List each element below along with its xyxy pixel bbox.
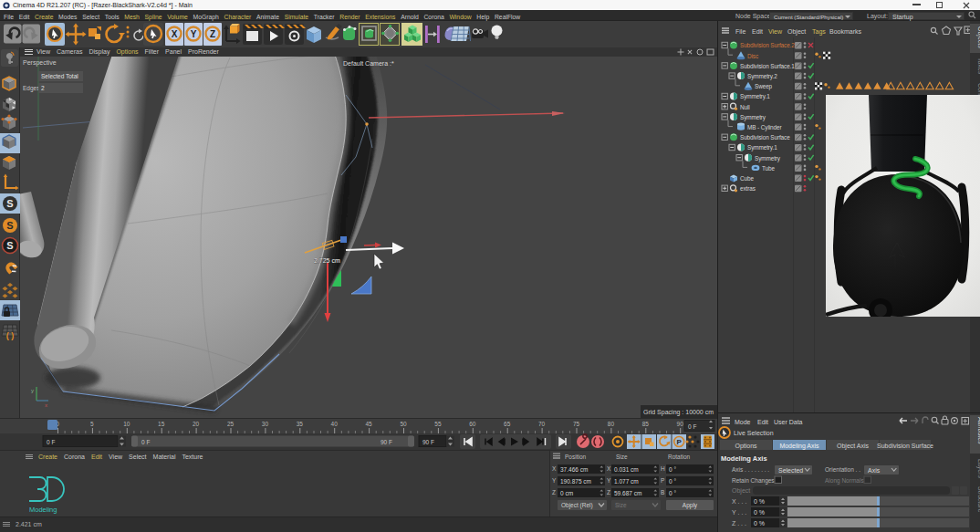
- svg-text:Tube: Tube: [762, 165, 775, 172]
- svg-text:1.077 cm: 1.077 cm: [614, 478, 639, 485]
- svg-text:Object Axis: Object Axis: [837, 443, 870, 450]
- svg-text:H: H: [661, 465, 665, 472]
- svg-text:Z: Z: [210, 29, 215, 39]
- svg-text:5: 5: [90, 421, 94, 427]
- svg-text:Bookmarks: Bookmarks: [829, 28, 862, 35]
- svg-text:Perspective: Perspective: [23, 59, 57, 67]
- svg-text:0.031 cm: 0.031 cm: [614, 466, 639, 473]
- svg-text:x: x: [45, 402, 47, 408]
- svg-text:View: View: [768, 28, 783, 35]
- svg-text:Size: Size: [615, 502, 627, 508]
- svg-text:Null: Null: [740, 104, 750, 110]
- svg-text:Axis . . . . . . . .: Axis . . . . . . . .: [732, 466, 769, 473]
- svg-text:25: 25: [227, 421, 235, 427]
- svg-text:Axis: Axis: [868, 467, 881, 474]
- svg-text:Disc: Disc: [747, 53, 759, 59]
- svg-text:Modeling Axis: Modeling Axis: [779, 443, 819, 450]
- svg-text:75: 75: [573, 421, 580, 427]
- svg-text:0 °: 0 °: [669, 490, 676, 496]
- svg-text:30: 30: [262, 421, 269, 427]
- svg-text:Y: Y: [552, 477, 557, 484]
- svg-text:80: 80: [608, 421, 615, 427]
- svg-text:Edit: Edit: [752, 28, 763, 35]
- svg-text:Modeling Axis: Modeling Axis: [721, 454, 767, 463]
- svg-text:85: 85: [642, 421, 650, 427]
- svg-text:Live Selection: Live Selection: [734, 430, 774, 436]
- svg-text:0 F: 0 F: [47, 439, 55, 445]
- svg-text:Size: Size: [616, 454, 628, 460]
- svg-text:Symmetry.1: Symmetry.1: [740, 93, 770, 100]
- svg-text:90: 90: [677, 421, 684, 427]
- svg-text:15: 15: [158, 421, 165, 427]
- svg-text:0 °: 0 °: [669, 466, 676, 473]
- svg-text:Selected: Selected: [778, 467, 803, 474]
- svg-text:190.875 cm: 190.875 cm: [560, 478, 591, 485]
- svg-text:Y: Y: [607, 477, 611, 484]
- svg-text:Z: Z: [607, 489, 610, 495]
- svg-text:Options: Options: [735, 443, 757, 450]
- svg-text:Y: Y: [191, 29, 197, 39]
- svg-text:( ): ( ): [6, 331, 15, 340]
- svg-text:59.687 cm: 59.687 cm: [614, 490, 641, 496]
- svg-text:Tags: Tags: [812, 28, 826, 36]
- svg-text:Default Camera :*: Default Camera :*: [343, 60, 394, 67]
- svg-text:Apply: Apply: [683, 502, 698, 509]
- svg-text:2.725 cm: 2.725 cm: [314, 257, 340, 264]
- svg-text:Cube: Cube: [740, 175, 754, 182]
- svg-text:10: 10: [123, 421, 130, 427]
- svg-text:Symmetry.1: Symmetry.1: [747, 144, 777, 151]
- svg-text:Grid Spacing : 10000 cm: Grid Spacing : 10000 cm: [643, 409, 714, 416]
- svg-text:Symmetry: Symmetry: [740, 114, 766, 121]
- svg-text:Subdivision Surface.1: Subdivision Surface.1: [740, 63, 795, 69]
- svg-text:60: 60: [469, 421, 476, 427]
- svg-text:0 %: 0 %: [754, 498, 765, 505]
- svg-text:Edit: Edit: [757, 419, 768, 425]
- svg-text:0 F: 0 F: [141, 439, 150, 445]
- svg-text:Subdivision Surface: Subdivision Surface: [877, 443, 933, 449]
- svg-text:X: X: [552, 465, 557, 472]
- svg-text:70: 70: [538, 421, 546, 427]
- svg-text:Modeling: Modeling: [29, 506, 57, 514]
- svg-text:S: S: [6, 198, 13, 209]
- svg-text:P: P: [661, 477, 664, 484]
- svg-text:Orientation . .: Orientation . .: [825, 466, 860, 473]
- svg-text:User Data: User Data: [774, 419, 803, 425]
- svg-text:37.466 cm: 37.466 cm: [560, 466, 588, 473]
- svg-text:55: 55: [434, 421, 442, 427]
- svg-text:Mode: Mode: [735, 419, 751, 425]
- svg-text:Y . . .: Y . . .: [732, 509, 746, 516]
- svg-text:2: 2: [41, 85, 45, 91]
- svg-text:y: y: [31, 388, 34, 393]
- svg-text:MB - Cylinder: MB - Cylinder: [747, 124, 782, 131]
- svg-text:P: P: [677, 438, 683, 446]
- svg-text:Retain Changes: Retain Changes: [732, 477, 775, 485]
- svg-text:B: B: [661, 489, 664, 495]
- svg-text:90 F: 90 F: [422, 439, 434, 445]
- svg-text:Edges: Edges: [23, 85, 40, 92]
- svg-text:Object (Rel): Object (Rel): [561, 502, 593, 509]
- svg-text:Position: Position: [565, 454, 587, 460]
- svg-text:Object: Object: [732, 487, 750, 495]
- svg-text:Along Normals: Along Normals: [825, 477, 864, 485]
- svg-text:Z . . .: Z . . .: [732, 520, 746, 527]
- svg-text:45: 45: [365, 421, 372, 427]
- svg-text:X: X: [607, 465, 611, 472]
- svg-text:Selected Total: Selected Total: [41, 73, 78, 79]
- svg-text:90 F: 90 F: [381, 439, 392, 445]
- svg-text:File: File: [735, 28, 745, 35]
- svg-text:extras: extras: [740, 185, 756, 192]
- svg-text:Object: Object: [787, 28, 806, 36]
- svg-text:0 %: 0 %: [754, 520, 765, 527]
- svg-text:40: 40: [331, 421, 339, 427]
- svg-text:35: 35: [297, 421, 304, 427]
- svg-text:S: S: [6, 220, 13, 231]
- svg-text:0 %: 0 %: [754, 509, 765, 516]
- svg-text:Symmetry: Symmetry: [755, 155, 781, 162]
- svg-text:X . . .: X . . .: [732, 498, 746, 505]
- svg-text:X: X: [172, 29, 178, 39]
- svg-text:Sweep: Sweep: [755, 83, 773, 90]
- svg-text:0 °: 0 °: [669, 478, 676, 485]
- svg-text:Symmetry.2: Symmetry.2: [747, 73, 777, 80]
- svg-text:Subdivision Surface.2: Subdivision Surface.2: [740, 42, 795, 48]
- svg-text:50: 50: [400, 421, 407, 427]
